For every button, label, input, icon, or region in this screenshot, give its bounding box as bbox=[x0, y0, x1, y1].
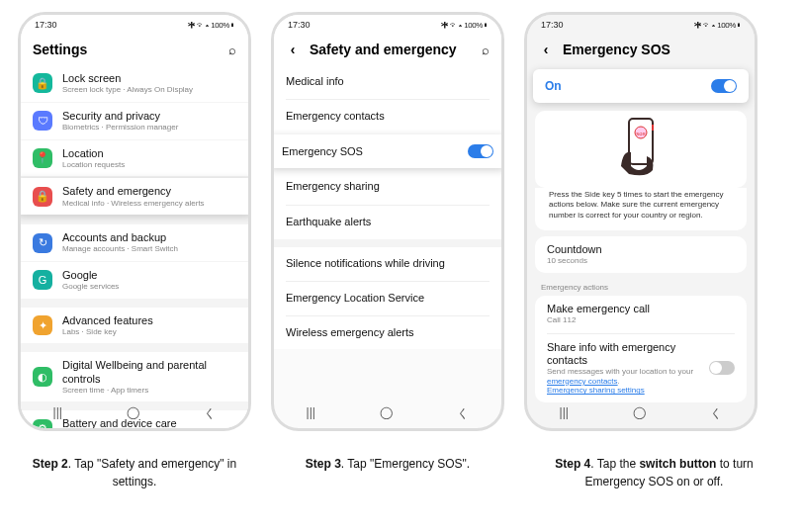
search-icon[interactable]: ⌕ bbox=[228, 43, 236, 57]
caption-step2: Step 2. Tap "Safety and emergency" in se… bbox=[18, 455, 251, 490]
countdown-card[interactable]: Countdown10 seconds bbox=[535, 236, 747, 273]
item-emergency-sharing[interactable]: Emergency sharing bbox=[274, 170, 501, 203]
page-title: Settings bbox=[33, 42, 228, 57]
status-icons: ✱ ᯤ ▴ 100% ▮ bbox=[441, 21, 488, 30]
phone-step4: 17:30 ✱ ᯤ ▴ 100% ▮ ‹ Emergency SOS On so… bbox=[524, 12, 757, 431]
emergency-sos-toggle[interactable] bbox=[468, 144, 493, 158]
item-emergency-sos[interactable]: Emergency SOS bbox=[271, 134, 504, 168]
sharing-settings-link[interactable]: Emergency sharing settings bbox=[547, 386, 645, 395]
status-time: 17:30 bbox=[288, 20, 311, 30]
status-bar: 17:30 ✱ ᯤ ▴ 100% ▮ bbox=[21, 15, 248, 32]
sos-main-toggle[interactable] bbox=[711, 79, 737, 93]
list-spacer bbox=[274, 239, 501, 247]
sos-header: ‹ Emergency SOS bbox=[527, 32, 755, 65]
status-icons: ✱ ᯤ ▴ 100% ▮ bbox=[694, 21, 741, 30]
nav-back-icon[interactable]: く bbox=[710, 405, 722, 422]
nav-bar: ||| ◯ く bbox=[527, 405, 755, 422]
nav-back-icon[interactable]: く bbox=[204, 405, 216, 422]
svg-rect-1 bbox=[652, 125, 654, 131]
lock-icon: 🔒 bbox=[33, 73, 52, 93]
actions-card: Make emergency callCall 112 Share info w… bbox=[535, 296, 747, 402]
settings-item-security[interactable]: 🛡 Security and privacyBiometrics · Permi… bbox=[21, 103, 248, 139]
settings-list: 🔒 Lock screenScreen lock type · Always O… bbox=[21, 65, 248, 431]
sos-on-panel: On bbox=[533, 69, 749, 103]
nav-bar: ||| ◯ く bbox=[274, 405, 501, 422]
caption-step3: Step 3. Tap "Emergency SOS". bbox=[271, 455, 504, 473]
status-bar: 17:30 ✱ ᯤ ▴ 100% ▮ bbox=[527, 15, 755, 32]
settings-item-google[interactable]: G GoogleGoogle services bbox=[21, 262, 248, 299]
item-wireless-alerts[interactable]: Wireless emergency alerts bbox=[274, 316, 501, 349]
phone-step3: 17:30 ✱ ᯤ ▴ 100% ▮ ‹ Safety and emergenc… bbox=[271, 12, 504, 431]
phone-step2: 17:30 ✱ ᯤ ▴ 100% ▮ Settings ⌕ 🔒 Lock scr… bbox=[18, 12, 251, 431]
caption-step4: Step 4. Tap the switch button to turn Em… bbox=[524, 455, 784, 490]
nav-home-icon[interactable]: ◯ bbox=[380, 405, 393, 422]
sos-illustration: sos bbox=[535, 111, 747, 188]
settings-item-wellbeing[interactable]: ◐ Digital Wellbeing and parental control… bbox=[21, 352, 248, 401]
nav-back-icon[interactable]: く bbox=[457, 405, 469, 422]
item-silence-driving[interactable]: Silence notifications while driving bbox=[274, 247, 501, 280]
status-icons: ✱ ᯤ ▴ 100% ▮ bbox=[188, 21, 234, 30]
nav-recent-icon[interactable]: ||| bbox=[53, 405, 62, 422]
advanced-icon: ✦ bbox=[33, 315, 52, 335]
back-icon[interactable]: ‹ bbox=[286, 42, 300, 57]
status-bar: 17:30 ✱ ᯤ ▴ 100% ▮ bbox=[274, 15, 501, 32]
item-emergency-contacts[interactable]: Emergency contacts bbox=[274, 100, 501, 133]
page-title: Safety and emergency bbox=[310, 42, 482, 57]
item-make-call[interactable]: Make emergency callCall 112 bbox=[535, 296, 747, 332]
search-icon[interactable]: ⌕ bbox=[482, 43, 490, 57]
location-icon: 📍 bbox=[33, 148, 52, 168]
item-earthquake-alerts[interactable]: Earthquake alerts bbox=[274, 206, 501, 238]
back-icon[interactable]: ‹ bbox=[539, 42, 553, 57]
page-title: Emergency SOS bbox=[563, 42, 743, 57]
list-spacer bbox=[21, 344, 248, 352]
svg-text:sos: sos bbox=[636, 131, 645, 136]
wellbeing-icon: ◐ bbox=[33, 367, 52, 387]
sos-description: Press the Side key 5 times to start the … bbox=[535, 188, 747, 230]
nav-recent-icon[interactable]: ||| bbox=[560, 405, 569, 422]
safety-list: Medical info Emergency contacts Emergenc… bbox=[274, 65, 501, 349]
settings-item-location[interactable]: 📍 LocationLocation requests bbox=[21, 140, 248, 177]
nav-bar: ||| ◯ く bbox=[21, 405, 248, 422]
safety-header: ‹ Safety and emergency ⌕ bbox=[274, 32, 501, 65]
list-spacer bbox=[21, 217, 248, 224]
item-location-service[interactable]: Emergency Location Service bbox=[274, 282, 501, 314]
nav-recent-icon[interactable]: ||| bbox=[307, 405, 315, 422]
settings-header: Settings ⌕ bbox=[21, 32, 248, 65]
settings-item-safety-emergency[interactable]: 🔒 Safety and emergencyMedical info · Wir… bbox=[18, 178, 251, 215]
share-info-toggle[interactable] bbox=[709, 361, 735, 375]
nav-home-icon[interactable]: ◯ bbox=[633, 405, 646, 422]
settings-item-lock-screen[interactable]: 🔒 Lock screenScreen lock type · Always O… bbox=[21, 65, 248, 102]
item-share-info[interactable]: Share info with emergency contacts Send … bbox=[535, 334, 747, 402]
settings-item-accounts[interactable]: ↻ Accounts and backupManage accounts · S… bbox=[21, 224, 248, 261]
shield-icon: 🛡 bbox=[33, 111, 52, 131]
nav-home-icon[interactable]: ◯ bbox=[127, 405, 139, 422]
on-label: On bbox=[545, 79, 562, 93]
list-spacer bbox=[21, 300, 248, 308]
accounts-icon: ↻ bbox=[33, 233, 52, 253]
item-medical-info[interactable]: Medical info bbox=[274, 65, 501, 98]
status-time: 17:30 bbox=[35, 20, 57, 30]
safety-icon: 🔒 bbox=[33, 187, 52, 207]
google-icon: G bbox=[33, 270, 52, 290]
settings-item-advanced[interactable]: ✦ Advanced featuresLabs · Side key bbox=[21, 308, 248, 344]
actions-label: Emergency actions bbox=[527, 279, 755, 296]
status-time: 17:30 bbox=[541, 20, 564, 30]
